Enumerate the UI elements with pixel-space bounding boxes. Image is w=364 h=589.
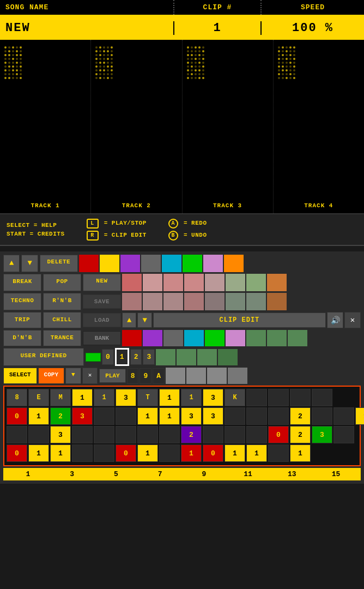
seq-r1-1[interactable]: 1 xyxy=(28,407,49,425)
new-button[interactable]: NEW xyxy=(83,274,121,291)
trance-button[interactable]: TRANCE xyxy=(43,330,81,346)
track-3[interactable]: TRACK 3 xyxy=(183,40,274,213)
swatch-pink[interactable] xyxy=(203,255,223,272)
seq-h-1b[interactable]: 1 xyxy=(94,389,114,406)
swatch-r2-4[interactable] xyxy=(184,274,204,291)
num-0[interactable]: 0 xyxy=(102,349,114,365)
seq-r1-2[interactable]: 2 xyxy=(50,407,71,425)
load-up-button[interactable]: ▲ xyxy=(122,312,136,328)
dnb-button[interactable]: D'N'B xyxy=(3,330,41,346)
seq-h-e[interactable]: E xyxy=(28,389,49,406)
seq-r2-0a[interactable]: 0 xyxy=(268,426,289,443)
track-1[interactable]: TRACK 1 xyxy=(0,40,91,213)
seq-r3-0b[interactable]: 0 xyxy=(116,444,136,462)
chill-button[interactable]: CHILL xyxy=(43,312,81,328)
seq-r3-1e[interactable]: 1 xyxy=(225,444,245,462)
volume-icon[interactable]: 🔊 xyxy=(327,312,343,328)
swatch-r2-6[interactable] xyxy=(226,274,245,291)
load-button[interactable]: LOAD xyxy=(83,313,121,327)
seq-r1-0[interactable]: 0 xyxy=(7,407,27,425)
num-a[interactable]: A xyxy=(153,368,165,384)
seq-h-3a[interactable]: 3 xyxy=(116,389,136,406)
bank-swatch-8[interactable] xyxy=(267,330,287,346)
techno-button[interactable]: TECHNO xyxy=(3,293,41,310)
seq-r3-0c[interactable]: 0 xyxy=(203,444,223,462)
track-4[interactable]: TRACK 4 xyxy=(274,40,364,213)
seq-r1-2b[interactable]: 2 xyxy=(290,407,311,425)
swatch-r2-8[interactable] xyxy=(267,274,287,291)
seq-r2-3[interactable]: 3 xyxy=(50,426,71,443)
swatch-r2-7[interactable] xyxy=(246,274,266,291)
play-swatch-1[interactable] xyxy=(166,368,185,384)
swatch-r3-5[interactable] xyxy=(205,293,225,310)
seq-r3-1d[interactable]: 1 xyxy=(181,444,202,462)
swatch-r2-5[interactable] xyxy=(205,274,225,291)
swatch-green[interactable] xyxy=(183,255,202,272)
seq-h-3b[interactable]: 3 xyxy=(203,389,223,406)
swatch-r3-1[interactable] xyxy=(122,293,142,310)
seq-r3-1f[interactable]: 1 xyxy=(246,444,267,462)
seq-h-k[interactable]: K xyxy=(225,389,245,406)
save-button[interactable]: SAVE xyxy=(83,294,121,309)
swatch-cyan[interactable] xyxy=(162,255,181,272)
seq-r3-1g[interactable]: 1 xyxy=(290,444,311,462)
bank-swatch-9[interactable] xyxy=(288,330,307,346)
bank-swatch-6[interactable] xyxy=(226,330,245,346)
num-9[interactable]: 9 xyxy=(139,368,151,384)
seq-r1-3a[interactable]: 3 xyxy=(181,407,202,425)
seq-r1-3[interactable]: 3 xyxy=(72,407,93,425)
seq-r3-1b[interactable]: 1 xyxy=(50,444,71,462)
bank-swatch-2[interactable] xyxy=(143,330,162,346)
seq-r1-1a[interactable]: 1 xyxy=(137,407,158,425)
seq-r1-1b[interactable]: 1 xyxy=(159,407,180,425)
swatch-gray[interactable] xyxy=(141,255,161,272)
swatch-r2-2[interactable] xyxy=(143,274,162,291)
num-2[interactable]: 2 xyxy=(130,349,142,365)
move-down-button[interactable]: ▼ xyxy=(65,368,81,384)
break-button[interactable]: BREAK xyxy=(3,274,41,291)
play-swatch-2[interactable] xyxy=(186,368,206,384)
swatch-purple[interactable] xyxy=(120,255,140,272)
trip-button[interactable]: TRIP xyxy=(3,312,41,328)
swatch-red[interactable] xyxy=(79,255,99,272)
down-button[interactable]: ▼ xyxy=(21,255,38,272)
num-swatch-1[interactable] xyxy=(156,349,175,365)
seq-r2-2a[interactable]: 2 xyxy=(181,426,202,443)
bank-swatch-7[interactable] xyxy=(246,330,266,346)
swatch-orange[interactable] xyxy=(224,255,244,272)
seq-h-1d[interactable]: 1 xyxy=(181,389,202,406)
play-swatch-4[interactable] xyxy=(228,368,247,384)
bank-swatch-1[interactable] xyxy=(122,330,142,346)
seq-h-1a[interactable]: 1 xyxy=(72,389,93,406)
swatch-r3-4[interactable] xyxy=(184,293,204,310)
bank-swatch-4[interactable] xyxy=(184,330,204,346)
seq-r3-1a[interactable]: 1 xyxy=(28,444,49,462)
swatch-r3-8[interactable] xyxy=(267,293,287,310)
num-swatch-2[interactable] xyxy=(177,349,196,365)
num-swatch-4[interactable] xyxy=(218,349,238,365)
num-3[interactable]: 3 xyxy=(143,349,155,365)
seq-h-8[interactable]: 8 xyxy=(7,389,27,406)
bank-swatch-5[interactable] xyxy=(205,330,225,346)
num-8[interactable]: 8 xyxy=(127,368,139,384)
seq-r3-0a[interactable]: 0 xyxy=(7,444,27,462)
seq-h-t[interactable]: T xyxy=(137,389,158,406)
bank-swatch-3[interactable] xyxy=(163,330,183,346)
seq-h-m[interactable]: M xyxy=(50,389,71,406)
close-button[interactable]: ✕ xyxy=(344,312,361,328)
seq-r1-3b[interactable]: 3 xyxy=(203,407,223,425)
seq-r2-3b[interactable]: 3 xyxy=(312,426,332,443)
delete-button[interactable]: DELETE xyxy=(40,255,78,272)
seq-r1-1c[interactable]: 1 xyxy=(355,407,364,425)
seq-h-1c[interactable]: 1 xyxy=(159,389,180,406)
bank-button[interactable]: BANK xyxy=(83,331,121,345)
track-2[interactable]: TRACK 2 xyxy=(91,40,182,213)
swatch-r2-1[interactable] xyxy=(122,274,142,291)
load-down-button[interactable]: ▼ xyxy=(137,312,151,328)
user-defined-button[interactable]: USER DEFINED xyxy=(3,348,84,366)
swatch-r3-7[interactable] xyxy=(246,293,266,310)
swatch-r3-2[interactable] xyxy=(143,293,162,310)
num-1-selected[interactable]: 1 xyxy=(115,348,129,366)
up-button[interactable]: ▲ xyxy=(3,255,20,272)
play-swatch-3[interactable] xyxy=(207,368,227,384)
